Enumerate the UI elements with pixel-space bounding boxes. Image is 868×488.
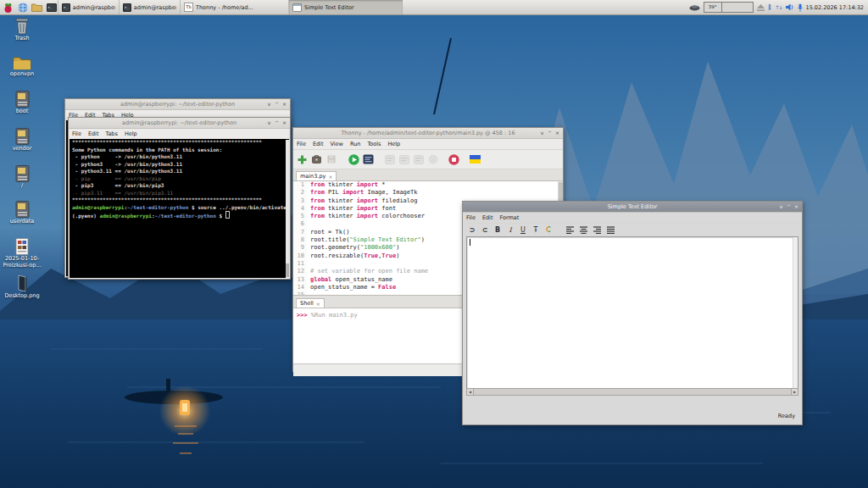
text-editor-window[interactable]: Simple Text Editor v ^ × File Edit Forma… [462,201,803,425]
code-line: 1from tkinter import * [293,181,563,189]
cpu-temp-widget[interactable]: 39° [704,2,754,13]
run-script-button[interactable] [348,154,359,165]
close-icon[interactable]: × [554,128,561,138]
menu-file[interactable]: File [463,213,479,223]
thonny-titlebar[interactable]: Thonny - /home/admin/text-editor-python/… [293,128,563,139]
taskbar-window-terminal-1[interactable]: >_ admin@raspberryp.. [58,0,119,14]
minimize-icon[interactable]: v [777,202,785,212]
web-browser-icon[interactable] [16,1,29,14]
maximize-icon[interactable]: ^ [273,99,281,109]
cpu-temp-value: 39° [704,2,722,13]
bold-button[interactable]: B [494,226,501,234]
underline-button[interactable]: U [520,226,526,234]
text-editor-titlebar[interactable]: Simple Text Editor v ^ × [463,202,802,213]
tab-close-icon[interactable]: × [328,174,332,180]
desktop-icon-openvpn[interactable]: openvpn [0,53,44,77]
minimize-icon[interactable]: v [265,118,273,128]
terminal-scrollbar[interactable] [286,140,289,278]
terminal-prompt-line: (.pyenv) admin@raspberrypi:~/text-editor… [70,211,289,219]
taskbar-window-terminal-2[interactable]: >_ admin@raspberryp.. [119,0,180,14]
desktop-icon-root[interactable]: / [0,164,44,189]
stop-button[interactable] [448,154,459,165]
minimize-icon[interactable]: v [265,99,273,109]
desktop-icon-boot[interactable]: boot [0,90,44,114]
text-editor-menubar: File Edit Format [463,213,802,224]
menu-edit[interactable]: Edit [85,129,103,139]
eject-icon[interactable] [757,4,765,11]
scroll-right-icon[interactable]: ▶ [791,389,798,395]
terminal-line: - pip == /usr/bin/pip [70,175,289,183]
italic-button[interactable]: I [507,226,514,234]
menu-edit[interactable]: Edit [309,139,327,149]
raspberry-menu-icon[interactable] [2,1,14,14]
save-file-button[interactable] [326,154,337,165]
menu-tabs[interactable]: Tabs [102,129,120,139]
tab-shell[interactable]: Shell × [296,298,325,308]
window-icon [292,3,302,12]
strikethrough-button[interactable]: Ŧ [532,226,539,234]
code-line: 2from PIL import Image, ImageTk [293,189,563,197]
horizontal-scrollbar[interactable]: ◀ ▶ [466,388,798,396]
tab-close-icon[interactable]: × [316,301,320,307]
terminal-line: - python3 -> /usr/bin/python3.11 [70,161,289,169]
open-file-button[interactable] [311,154,322,165]
trash-icon [0,17,44,35]
menu-help[interactable]: Help [384,139,403,149]
menu-edit[interactable]: Edit [479,213,497,223]
debug-script-button[interactable] [363,154,374,165]
menu-tools[interactable]: Tools [364,139,384,149]
maximize-icon[interactable]: ^ [785,202,793,212]
close-icon[interactable]: × [793,202,800,212]
volume-icon[interactable] [786,3,794,11]
terminal-window-front[interactable]: admin@raspberrypi: ~/text-editor-python … [68,117,291,280]
menu-file[interactable]: File [69,129,85,139]
text-cursor [470,239,470,246]
step-into-button[interactable] [398,154,409,165]
menu-view[interactable]: View [326,139,346,149]
text-input-area[interactable] [466,236,798,389]
editor-tab-row: main3.py × [293,169,563,181]
menu-help[interactable]: Help [121,129,141,139]
bluetooth-icon[interactable]: ᛒ [768,4,772,11]
maximize-icon[interactable]: ^ [546,128,554,138]
text-color-button[interactable]: C [545,226,552,234]
tab-main3py[interactable]: main3.py × [296,171,337,180]
desktop-icon-trash[interactable]: Trash [0,17,44,42]
scroll-left-icon[interactable]: ◀ [467,389,474,395]
microphone-icon[interactable] [798,3,803,12]
minimize-icon[interactable]: v [538,128,546,138]
taskbar-window-thonny[interactable]: Th Thonny - /home/ad... [180,0,288,14]
new-file-button[interactable] [297,154,308,165]
step-over-button[interactable] [384,154,395,165]
clock[interactable]: 15.02.2026 17:14:32 [806,4,864,11]
menu-file[interactable]: File [293,139,309,149]
terminal-line: admin@raspberrypi:~/text-editor-python $… [70,204,289,212]
menu-run[interactable]: Run [347,139,364,149]
desktop-icon-vendor[interactable]: vendor [0,127,44,152]
close-icon[interactable]: × [281,118,288,128]
menu-format[interactable]: Format [496,213,522,223]
resume-button[interactable] [427,154,438,165]
terminal-output[interactable]: ****************************************… [70,139,289,278]
align-justify-icon[interactable] [607,226,615,234]
vertical-scrollbar[interactable] [793,237,798,388]
network-traffic-icon[interactable]: ↑↓ [775,4,782,11]
maximize-icon[interactable]: ^ [273,118,281,128]
window-title: Simple Text Editor [463,203,802,210]
desktop-icon-userdata[interactable]: userdata [0,200,44,225]
redo-icon[interactable]: ⊂ [481,226,488,234]
file-manager-icon[interactable] [31,1,43,14]
desktop-icon-desktop-png[interactable]: Desktop.png [0,274,44,299]
align-center-icon[interactable] [580,226,587,234]
align-right-icon[interactable] [593,226,601,234]
terminal-titlebar[interactable]: admin@raspberrypi: ~/text-editor-python … [65,99,290,110]
terminal-launcher-icon[interactable]: >_ [45,1,58,14]
terminal-titlebar[interactable]: admin@raspberrypi: ~/text-editor-python … [69,118,290,129]
desktop-icon-document[interactable]: 2025-01-10- Preizkusi-op... [0,237,44,269]
taskbar-window-text-editor[interactable]: Simple Text Editor [288,0,403,14]
updater-icon[interactable] [689,4,700,11]
align-left-icon[interactable] [566,226,574,234]
undo-icon[interactable]: ⊃ [469,226,476,234]
close-icon[interactable]: × [281,99,288,109]
step-out-button[interactable] [413,154,424,165]
